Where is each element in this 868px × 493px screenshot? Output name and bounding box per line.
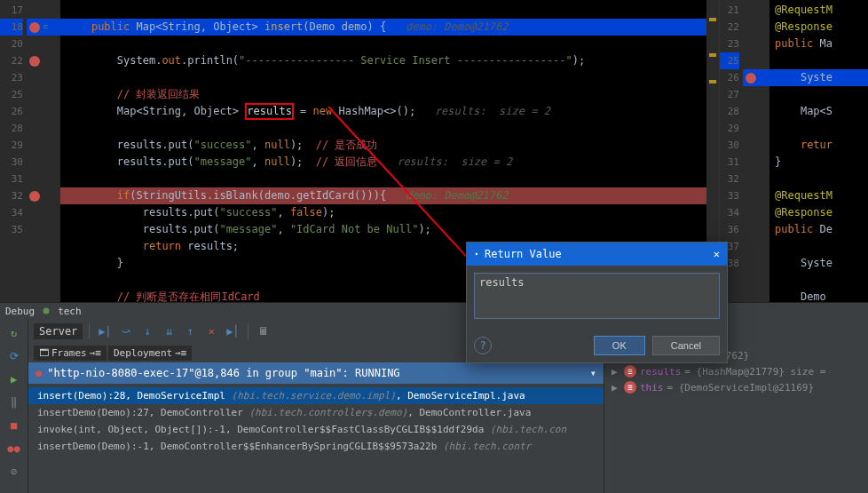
run-to-cursor-icon[interactable]: ▶│ [224,322,241,340]
var-item[interactable]: ▶≡ results = {HashMap@21779} size = [604,363,868,379]
inline-hint: demo: Demo@21762 [406,189,509,202]
dialog-title: Return Value [485,248,562,260]
debug-label: Debug [5,306,35,317]
var-item[interactable]: ▶≡ this = {DemoServiceImpl@21169} [604,379,868,395]
comment: // 判断是否存在相同IdCard [117,290,260,302]
inline-hint: results: size = 2 [435,105,550,117]
deployment-subtab[interactable]: Deployment →≡ [108,346,192,361]
gutter-marks: ⊂ [27,0,60,302]
svg-point-0 [43,308,50,314]
bug-icon [40,305,52,317]
frames-list: insert(Demo):28, DemoServiceImpl (hbi.te… [28,384,604,458]
comment: // 封装返回结果 [117,88,201,100]
cancel-button[interactable]: Cancel [652,336,720,355]
thread-name: "http-nio-8080-exec-17"@18,846 in group … [47,367,399,379]
step-into-icon[interactable]: ↓ [138,322,156,340]
server-tab[interactable]: Server [34,323,83,339]
breakpoint-icon[interactable] [29,56,40,67]
code-editor-right[interactable]: @RequestM @Response public Ma Syste Map<… [769,0,868,302]
debug-panel: ↻ ⟳ ▶ ‖ ■ ●● ⊘ Server ▶| ⤻ ↓ ⇊ ↑ ✕ ▶│ 🖩 … [0,319,868,493]
frame-item[interactable]: insertDemo(Demo):27, DemoController (hbi… [28,404,604,421]
help-icon[interactable]: ? [474,337,492,354]
step-out-icon[interactable]: ↑ [181,322,199,340]
update-icon[interactable]: ⟳ [5,347,23,365]
resume-icon[interactable]: ▶ [5,370,23,388]
evaluate-icon[interactable]: 🖩 [255,322,272,340]
expression-input[interactable] [474,273,720,319]
close-icon[interactable]: ✕ [714,248,720,260]
gutter-linenums: 1718202223252628293031323435 [0,0,27,302]
comment: // 是否成功 [316,139,378,151]
frames-subtab[interactable]: 🗔 Frames →≡ [34,346,107,361]
step-over-icon[interactable]: ⤻ [117,322,135,340]
drop-frame-icon[interactable]: ✕ [202,322,220,340]
comment: // 返回信息 [316,155,378,168]
editor-area: 1718202223252628293031323435 ⊂ public Ma… [0,0,868,302]
breakpoint-icon[interactable] [29,22,40,33]
dialog-titlebar[interactable]: 🞍 Return Value ✕ [467,243,727,266]
mute-breakpoints-icon[interactable]: ⊘ [5,463,23,481]
dialog-icon: 🞍 [474,248,479,260]
breakpoints-icon[interactable]: ●● [5,440,23,457]
frame-item[interactable]: insertDemo(Demo):-1, DemoController$$Enh… [28,438,604,455]
breakpoint-icon[interactable] [29,191,40,202]
pause-icon[interactable]: ‖ [5,394,23,411]
debug-config: tech [58,306,82,317]
inline-hint: demo: Demo@21762 [406,20,509,33]
force-step-into-icon[interactable]: ⇊ [160,322,178,340]
ok-button[interactable]: OK [594,336,645,355]
rerun-icon[interactable]: ↻ [5,324,23,342]
show-exec-point-icon[interactable]: ▶| [96,322,114,340]
thread-selector[interactable]: ● "http-nio-8080-exec-17"@18,846 in grou… [28,362,604,384]
right-editor: 21222325262728293031323334363738 @Reques… [719,0,868,302]
gutter-marks-right [743,0,769,302]
highlighted-var: results [245,103,294,120]
obj-icon: ≡ [624,381,636,394]
debug-side-toolbar: ↻ ⟳ ▶ ‖ ■ ●● ⊘ [0,319,28,493]
debug-tab-bar: Debug tech [0,302,868,319]
breakpoint-icon[interactable] [746,73,756,83]
stop-icon[interactable]: ■ [5,417,23,434]
obj-icon: ≡ [624,365,636,378]
frame-item[interactable]: insert(Demo):28, DemoServiceImpl (hbi.te… [28,387,604,404]
return-value-dialog: 🞍 Return Value ✕ ? OK Cancel [466,242,728,363]
frame-item[interactable]: invoke(int, Object, Object[]):-1, DemoCo… [28,421,604,438]
